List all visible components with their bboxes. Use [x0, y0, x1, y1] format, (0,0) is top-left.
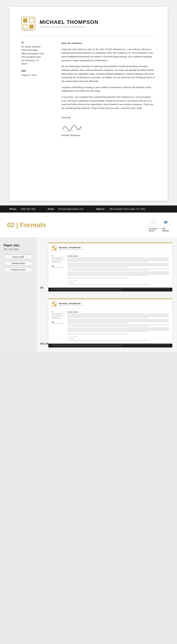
svg-rect-13 [52, 302, 54, 304]
recipient-city: San Francisco, CA [21, 59, 54, 62]
mini-line [68, 258, 169, 258]
formats-header: 02 | Formats 📄 GOOGLEDOCS W MSWORD [0, 212, 177, 238]
formats-body: Paper size: A4 / US Letter Easy to edit … [0, 238, 177, 352]
formats-title: 02 | Formats [7, 221, 46, 229]
recipient-address1: 789 Innovation Drive [21, 55, 54, 58]
mini-logo-us [52, 302, 57, 307]
google-docs-label: GOOGLEDOCS [149, 228, 158, 232]
ms-word-button[interactable]: W MSWORD [162, 218, 170, 232]
mini-footer-a4 [48, 288, 172, 292]
svg-rect-11 [54, 248, 56, 250]
to-label: To [21, 41, 54, 44]
mini-line [68, 260, 169, 261]
mini-line [52, 318, 62, 319]
date-label: Date [21, 70, 54, 72]
mini-name-a4: MICHAEL THOMPSON [59, 246, 84, 249]
mini-para-us-4 [68, 328, 169, 332]
letter-right-column: Dear, Mr. Anderson, I hope this letter f… [61, 41, 156, 138]
svg-rect-4 [29, 24, 34, 29]
svg-rect-14 [54, 302, 56, 304]
mini-line [68, 314, 169, 314]
svg-rect-9 [54, 246, 56, 248]
mini-line [68, 266, 169, 266]
mini-line [68, 278, 128, 278]
google-docs-icon: 📄 [149, 218, 158, 227]
mini-line [68, 326, 149, 326]
mini-line [68, 263, 169, 264]
mini-para-us-2 [68, 319, 169, 323]
mini-body-a4: To Date Dear, Mr. Anderson, [48, 253, 172, 288]
mini-line [68, 264, 169, 265]
svg-rect-2 [29, 18, 34, 23]
mini-header-text-a4: MICHAEL THOMPSON SENIOR OPERATIONS MANAG… [59, 246, 84, 250]
mini-header-text-us: MICHAEL THOMPSON SENIOR OPERATIONS MANAG… [59, 302, 84, 306]
mini-line [68, 320, 169, 321]
mini-line [68, 273, 169, 274]
formats-content: A4 [36, 238, 177, 352]
mini-line [68, 328, 169, 328]
mini-to-us: To [52, 311, 65, 313]
mini-line [52, 260, 65, 260]
mini-line [68, 334, 128, 334]
ready-for-print-button[interactable]: Ready for print [4, 267, 32, 272]
letter-body: To Mr. James Anderson Chief Technology O… [21, 41, 156, 138]
mini-title-a4: SENIOR OPERATIONS MANAGER [59, 249, 84, 250]
mini-line [68, 319, 169, 320]
paper-size-value: A4 / US Letter [4, 248, 32, 250]
mini-left-us: To Date [52, 311, 65, 341]
change-colors-button[interactable]: Change colors [4, 261, 32, 266]
recipient-name: Mr. James Anderson [21, 45, 54, 48]
mini-date-label-a4: Date [52, 265, 65, 266]
mini-para-us-3 [68, 324, 169, 326]
svg-text:TAG LINE HERE: TAG LINE HERE [24, 29, 33, 30]
mini-line [68, 261, 149, 262]
paragraph-4: In summary, I am confident that a partne… [61, 95, 156, 110]
ms-word-icon: W [162, 218, 170, 227]
mini-body-us: To Date Dear, Mr. Anderson, [48, 309, 172, 344]
paper-size-label: Paper size: [4, 244, 32, 247]
mini-line [52, 323, 65, 324]
salutation: Dear, Mr. Anderson, [61, 41, 156, 45]
mini-footer-line [51, 290, 122, 290]
paragraph-1: I hope this letter finds you well. As th… [61, 48, 156, 62]
mini-to-a4: To [52, 255, 65, 257]
format-export-buttons: 📄 GOOGLEDOCS W MSWORD [149, 218, 170, 232]
mini-line [68, 315, 169, 316]
svg-rect-16 [54, 304, 56, 306]
mini-line [68, 274, 169, 275]
mini-right-us: Dear, Mr. Anderson, [68, 311, 169, 341]
paragraph-2: We are particularly interested in explor… [61, 64, 156, 83]
google-docs-button[interactable]: 📄 GOOGLEDOCS [149, 218, 158, 232]
mini-header-a4: MICHAEL THOMPSON SENIOR OPERATIONS MANAG… [48, 243, 172, 253]
mini-line [68, 272, 169, 272]
mini-line [68, 317, 149, 318]
formats-section: 02 | Formats 📄 GOOGLEDOCS W MSWORD Paper… [0, 212, 177, 352]
svg-rect-1 [23, 18, 28, 23]
mini-line [68, 270, 149, 270]
mini-line [52, 316, 65, 316]
mini-line [68, 322, 128, 323]
formats-word: Formats [20, 221, 46, 228]
mini-para-a4-2 [68, 263, 169, 267]
easy-edit-button[interactable]: Easy to edit [4, 254, 32, 259]
formats-sidebar: Paper size: A4 / US Letter Easy to edit … [0, 238, 36, 352]
mini-line [68, 275, 149, 276]
footer-phone: Phone: (555) 456-7890 [10, 208, 40, 210]
formats-number: 02 [7, 221, 14, 228]
mini-line [52, 262, 62, 263]
mini-para-a4-1 [68, 258, 169, 262]
signer-name: Michael Thompson [61, 134, 156, 137]
us-letter-card-wrapper: US Letter [48, 298, 172, 348]
signature-image [61, 122, 82, 132]
mini-date-label-us: Date [52, 321, 65, 322]
mini-footer-us [48, 344, 172, 348]
mini-line [52, 317, 60, 318]
mini-line [68, 329, 169, 330]
mini-header-us: MICHAEL THOMPSON SENIOR OPERATIONS MANAG… [48, 299, 172, 309]
mini-footer-line [51, 344, 170, 345]
sender-name: MICHAEL THOMPSON [40, 19, 98, 25]
mini-para-a4-3 [68, 268, 169, 270]
mini-title-us: SENIOR OPERATIONS MANAGER [59, 305, 84, 306]
svg-rect-8 [52, 246, 54, 248]
recipient-title: Chief Technology [21, 48, 54, 52]
